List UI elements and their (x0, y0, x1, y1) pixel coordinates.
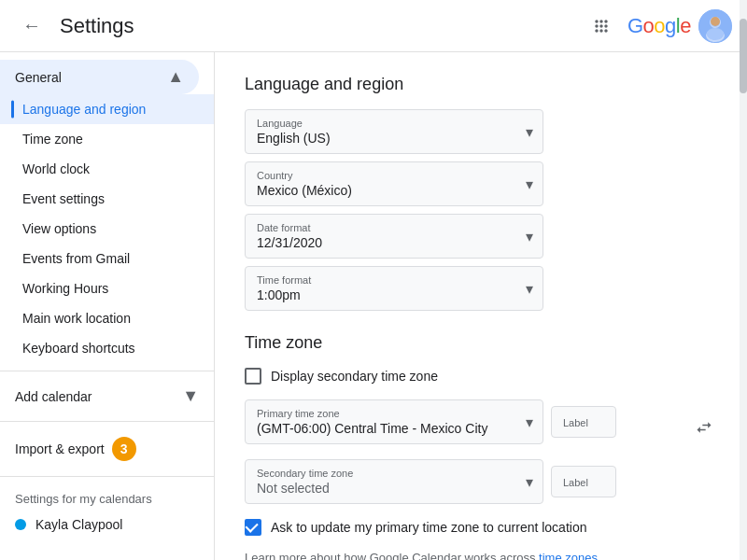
language-field-group: Language English (US) ▾ (245, 109, 717, 154)
time-format-field-group: Time format 1:00pm ▾ (245, 266, 717, 311)
date-format-select[interactable]: Date format 12/31/2020 ▾ (245, 214, 543, 259)
google-logo: Google (627, 14, 691, 38)
date-format-label: Date format (257, 222, 531, 233)
page-title: Settings (60, 14, 134, 38)
primary-timezone-select[interactable]: Primary time zone (GMT-06:00) Central Ti… (245, 399, 543, 444)
chevron-down-icon: ▼ (182, 386, 199, 406)
secondary-timezone-select[interactable]: Secondary time zone Not selected ▾ (245, 459, 543, 504)
time-format-label: Time format (257, 274, 531, 286)
display-secondary-row: Display secondary time zone (245, 368, 717, 385)
country-field-group: Country Mexico (México) ▾ (245, 161, 717, 206)
header-left: ← Settings (15, 9, 583, 43)
sidebar-calendar-user[interactable]: Kayla Claypool (0, 510, 214, 539)
sidebar-item-timezone[interactable]: Time zone (0, 124, 214, 154)
sidebar-item-mainworklocation[interactable]: Main work location (0, 303, 214, 333)
sidebar-item-viewoptions[interactable]: View options (0, 214, 214, 244)
sidebar-add-calendar[interactable]: Add calendar ▼ (0, 379, 214, 413)
swap-timezones-button[interactable] (691, 414, 717, 441)
calendar-user-name: Kayla Claypool (35, 517, 122, 532)
country-dropdown-arrow: ▾ (526, 175, 533, 193)
ask-update-label: Ask to update my primary time zone to cu… (271, 520, 586, 535)
sidebar-item-keyboardshortcuts[interactable]: Keyboard shortcuts (0, 333, 214, 363)
sidebar-item-worldclock[interactable]: World clock (0, 154, 214, 184)
main-layout: General ▲ Language and region Time zone … (0, 52, 747, 560)
display-secondary-label: Display secondary time zone (271, 369, 438, 384)
secondary-tz-label: Secondary time zone (257, 468, 531, 479)
back-button[interactable]: ← (15, 9, 49, 43)
language-region-title: Language and region (245, 75, 717, 94)
scrollbar[interactable] (740, 0, 747, 560)
sidebar-divider-1 (0, 371, 214, 371)
primary-timezone-row: Primary time zone (GMT-06:00) Central Ti… (245, 399, 684, 444)
timezone-section: Time zone Display secondary time zone Pr… (245, 333, 717, 560)
sidebar-calendars-label: Settings for my calendars (0, 484, 214, 510)
time-format-select[interactable]: Time format 1:00pm ▾ (245, 266, 543, 311)
display-secondary-checkbox[interactable] (245, 368, 261, 385)
sidebar-general-header[interactable]: General ▲ (0, 60, 199, 94)
scrollbar-thumb[interactable] (740, 19, 747, 93)
primary-tz-arrow: ▾ (526, 413, 533, 431)
timezone-title: Time zone (245, 333, 717, 353)
learn-more-text: Learn more about how Google Calendar wor… (245, 551, 539, 560)
svg-point-6 (707, 28, 724, 39)
language-region-section: Language and region Language English (US… (245, 75, 717, 311)
learn-more-row: Learn more about how Google Calendar wor… (245, 551, 717, 560)
main-content: Language and region Language English (US… (215, 52, 747, 560)
user-avatar[interactable] (698, 9, 732, 43)
time-zones-link[interactable]: time zones (539, 551, 598, 560)
date-format-dropdown-arrow: ▾ (526, 228, 533, 245)
calendar-color-dot (15, 519, 26, 530)
apps-icon[interactable] (583, 7, 620, 45)
chevron-up-icon: ▲ (167, 67, 184, 87)
sidebar-item-language[interactable]: Language and region (0, 94, 214, 124)
sidebar-item-eventsettings[interactable]: Event settings (0, 184, 214, 214)
time-format-value: 1:00pm (257, 287, 531, 302)
primary-tz-label: Primary time zone (257, 408, 531, 419)
country-label: Country (257, 170, 531, 181)
sidebar-divider-2 (0, 421, 214, 422)
primary-label-text: Label (563, 417, 588, 428)
sidebar-item-eventsgmail[interactable]: Events from Gmail (0, 244, 214, 273)
header: ← Settings Google (0, 0, 747, 52)
secondary-timezone-row: Secondary time zone Not selected ▾ Label (245, 459, 684, 504)
secondary-label-text: Label (563, 477, 588, 488)
country-select[interactable]: Country Mexico (México) ▾ (245, 161, 543, 206)
date-format-field-group: Date format 12/31/2020 ▾ (245, 214, 717, 259)
primary-tz-label-field[interactable]: Label (551, 406, 616, 438)
date-format-value: 12/31/2020 (257, 235, 531, 250)
import-export-badge: 3 (112, 437, 136, 461)
time-format-dropdown-arrow: ▾ (526, 280, 533, 298)
secondary-tz-arrow: ▾ (526, 473, 533, 491)
language-value: English (US) (257, 131, 531, 146)
country-value: Mexico (México) (257, 183, 531, 198)
sidebar-import-export[interactable]: Import & export 3 (0, 429, 214, 469)
language-dropdown-arrow: ▾ (526, 123, 533, 141)
primary-tz-value: (GMT-06:00) Central Time - Mexico City (257, 421, 531, 436)
secondary-tz-label-field[interactable]: Label (551, 466, 616, 497)
sidebar: General ▲ Language and region Time zone … (0, 52, 215, 560)
ask-update-row: Ask to update my primary time zone to cu… (245, 519, 717, 536)
language-label: Language (257, 118, 531, 129)
language-select[interactable]: Language English (US) ▾ (245, 109, 543, 154)
ask-update-checkbox[interactable] (245, 519, 261, 536)
sidebar-item-workinghours[interactable]: Working Hours (0, 273, 214, 303)
secondary-tz-value: Not selected (257, 481, 531, 496)
header-right: Google (583, 7, 732, 45)
sidebar-general-label: General (15, 70, 62, 85)
sidebar-divider-3 (0, 476, 214, 477)
svg-point-5 (711, 17, 720, 26)
